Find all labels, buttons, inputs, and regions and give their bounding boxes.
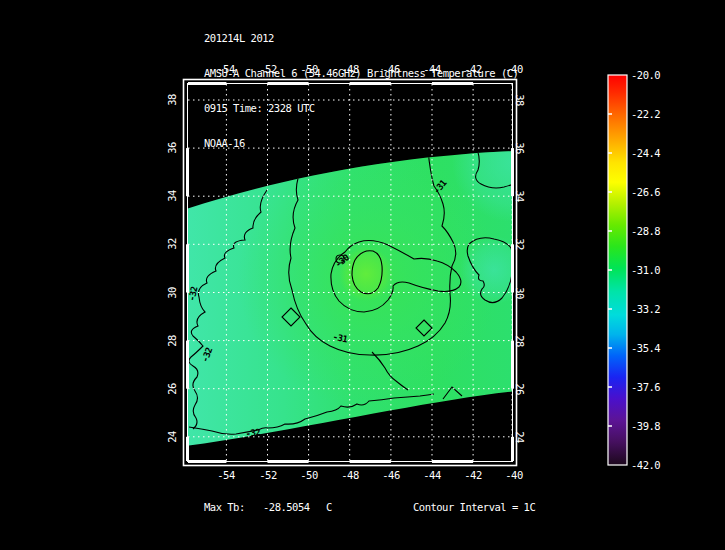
lat-tick-right-6: 26: [514, 374, 526, 404]
lon-tick-bottom-5: -44: [417, 469, 447, 481]
lon-tick-top-3: -48: [335, 63, 365, 75]
lon-tick-top-7: -40: [499, 63, 529, 75]
lat-tick-left-7: 24: [166, 422, 178, 452]
lat-tick-left-2: 34: [166, 181, 178, 211]
plot-header: 201214L 2012 AMSU-A Channel 6 (54.46GHz)…: [204, 10, 518, 172]
colorbar-label-6: -33.2: [631, 303, 673, 315]
colorbar: [608, 75, 627, 465]
lat-tick-left-1: 36: [166, 133, 178, 163]
header-satellite: NOAA-16: [204, 138, 518, 150]
lon-tick-bottom-6: -42: [458, 469, 488, 481]
lat-tick-right-1: 36: [514, 133, 526, 163]
lon-tick-bottom-0: -54: [211, 469, 241, 481]
lat-tick-left-0: 38: [166, 85, 178, 115]
colorbar-label-3: -26.6: [631, 186, 673, 198]
amsu-brightness-temperature-plot: 201214L 2012 AMSU-A Channel 6 (54.46GHz)…: [0, 0, 725, 550]
header-time: 0915 Time: 2328 UTC: [204, 103, 518, 115]
lon-tick-top-2: -50: [294, 63, 324, 75]
lat-tick-left-5: 28: [166, 326, 178, 356]
lat-tick-right-7: 24: [514, 422, 526, 452]
lon-tick-top-4: -46: [376, 63, 406, 75]
lat-tick-right-3: 32: [514, 229, 526, 259]
colorbar-label-0: -20.0: [631, 69, 673, 81]
lat-tick-left-4: 30: [166, 278, 178, 308]
lat-tick-left-3: 32: [166, 229, 178, 259]
colorbar-label-8: -37.6: [631, 381, 673, 393]
colorbar-label-1: -22.2: [631, 108, 673, 120]
colorbar-label-2: -24.4: [631, 147, 673, 159]
lon-tick-bottom-3: -48: [335, 469, 365, 481]
max-tb-label: Max Tb:: [204, 501, 245, 513]
lat-tick-right-2: 34: [514, 181, 526, 211]
max-tb-value: -28.5054: [263, 501, 310, 513]
lon-tick-top-1: -52: [253, 63, 283, 75]
lon-tick-top-0: -54: [211, 63, 241, 75]
lat-tick-right-5: 28: [514, 326, 526, 356]
lon-tick-bottom-1: -52: [253, 469, 283, 481]
colorbar-label-5: -31.0: [631, 264, 673, 276]
max-tb-unit: C: [326, 501, 332, 513]
colorbar-label-4: -28.8: [631, 225, 673, 237]
lat-tick-right-0: 38: [514, 85, 526, 115]
lon-tick-bottom-2: -50: [294, 469, 324, 481]
lat-tick-right-4: 30: [514, 278, 526, 308]
colorbar-label-10: -42.0: [631, 459, 673, 471]
lat-tick-left-6: 26: [166, 374, 178, 404]
colorbar-label-9: -39.8: [631, 420, 673, 432]
colorbar-label-7: -35.4: [631, 342, 673, 354]
contour-interval-label: Contour Interval = 1C: [413, 501, 535, 513]
lon-tick-bottom-4: -46: [376, 469, 406, 481]
lon-tick-top-5: -44: [417, 63, 447, 75]
lon-tick-bottom-7: -40: [499, 469, 529, 481]
lon-tick-top-6: -42: [458, 63, 488, 75]
header-date: 201214L 2012: [204, 33, 518, 45]
